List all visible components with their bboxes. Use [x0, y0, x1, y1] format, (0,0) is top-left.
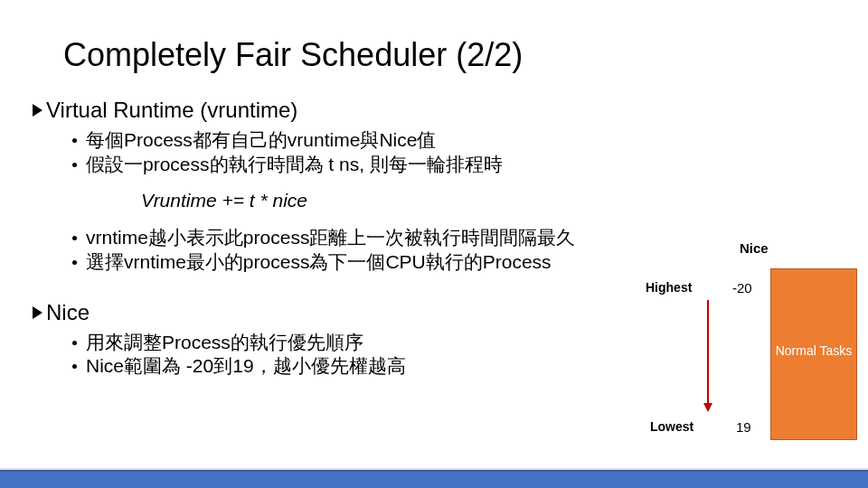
- bullet-icon: [72, 260, 77, 265]
- slide: Completely Fair Scheduler (2/2) Virtual …: [0, 0, 868, 488]
- list-text: vrntime越小表示此process距離上一次被執行時間間隔最久: [86, 226, 575, 250]
- list-item: 假設一process的執行時間為 t ns, 則每一輪排程時: [72, 153, 868, 177]
- diagram-bottom-value: 19: [736, 419, 751, 435]
- slide-footer-bar: [0, 470, 868, 488]
- bullet-icon: [72, 364, 77, 369]
- section-nice-label: Nice: [46, 300, 90, 325]
- section-vruntime-heading: Virtual Runtime (vruntime): [33, 98, 868, 123]
- diagram-top-value: -20: [732, 280, 752, 296]
- vruntime-formula: Vruntime += t * nice: [141, 190, 868, 211]
- slide-title: Completely Fair Scheduler (2/2): [63, 36, 868, 74]
- list-text: 選擇vrntime最小的process為下一個CPU執行的Process: [86, 250, 552, 275]
- bullet-icon: [72, 163, 77, 167]
- normal-tasks-box: Normal Tasks: [770, 268, 857, 440]
- priority-arrow-icon: [707, 300, 709, 410]
- arrow-bullet-icon: [33, 306, 42, 319]
- diagram-lowest-label: Lowest: [650, 419, 693, 434]
- bullet-icon: [72, 138, 77, 143]
- nice-diagram: Nice Highest Lowest -20 19 Normal Tasks: [646, 240, 857, 448]
- bullet-icon: [72, 236, 77, 240]
- list-text: 用來調整Process的執行優先順序: [86, 331, 363, 355]
- bullet-icon: [72, 341, 77, 345]
- list-text: 假設一process的執行時間為 t ns, 則每一輪排程時: [86, 153, 503, 177]
- list-text: 每個Process都有自己的vruntime與Nice值: [86, 128, 436, 153]
- section-vruntime-label: Virtual Runtime (vruntime): [46, 98, 297, 123]
- arrow-bullet-icon: [33, 104, 42, 117]
- list-text: Nice範圍為 -20到19，越小優先權越高: [86, 354, 406, 379]
- diagram-header: Nice: [740, 240, 769, 256]
- diagram-highest-label: Highest: [646, 280, 692, 295]
- list-item: 每個Process都有自己的vruntime與Nice值: [72, 128, 868, 153]
- vruntime-sublist-1: 每個Process都有自己的vruntime與Nice值 假設一process的…: [72, 128, 868, 177]
